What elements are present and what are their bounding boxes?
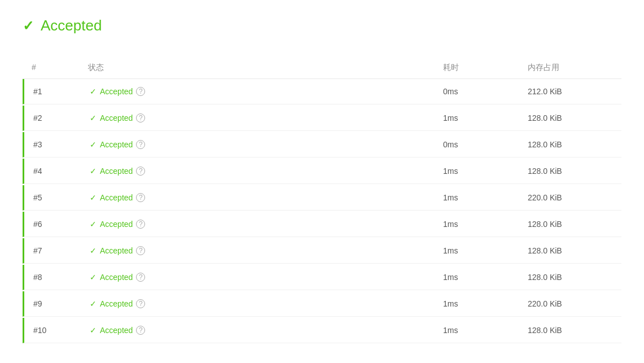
page-container: ✓ Accepted # 状态 耗时 内存占用 #1 ✓ Accepted ? … xyxy=(0,0,644,361)
table-row: #10 ✓ Accepted ? 1ms 128.0 KiB xyxy=(23,318,621,343)
col-header-time: 耗时 xyxy=(443,63,528,73)
status-cell: ✓ Accepted ? xyxy=(90,193,443,202)
status-label: Accepted xyxy=(100,326,133,335)
info-icon[interactable]: ? xyxy=(136,193,145,202)
table-row: #2 ✓ Accepted ? 1ms 128.0 KiB xyxy=(23,106,621,131)
memory-value: 220.0 KiB xyxy=(528,299,612,308)
status-label: Accepted xyxy=(100,193,133,202)
row-number: #2 xyxy=(33,113,90,123)
time-value: 1ms xyxy=(443,167,528,176)
check-icon: ✓ xyxy=(90,299,97,308)
table-row: #9 ✓ Accepted ? 1ms 220.0 KiB xyxy=(23,291,621,317)
check-icon: ✓ xyxy=(90,167,97,176)
status-cell: ✓ Accepted ? xyxy=(90,220,443,229)
memory-value: 128.0 KiB xyxy=(528,167,612,176)
check-icon: ✓ xyxy=(90,113,97,123)
table-header: # 状态 耗时 内存占用 xyxy=(23,57,621,79)
status-cell: ✓ Accepted ? xyxy=(90,167,443,176)
col-header-number: # xyxy=(32,63,88,73)
info-icon[interactable]: ? xyxy=(136,220,145,229)
row-number: #5 xyxy=(33,193,90,202)
memory-value: 212.0 KiB xyxy=(528,87,612,96)
time-value: 0ms xyxy=(443,140,528,149)
info-icon[interactable]: ? xyxy=(136,299,145,308)
info-icon[interactable]: ? xyxy=(136,113,145,123)
title-check-icon: ✓ xyxy=(23,18,34,34)
table-row: #3 ✓ Accepted ? 0ms 128.0 KiB xyxy=(23,132,621,158)
status-label: Accepted xyxy=(100,246,133,255)
memory-value: 128.0 KiB xyxy=(528,246,612,255)
time-value: 1ms xyxy=(443,273,528,282)
col-header-status: 状态 xyxy=(88,63,443,73)
row-number: #3 xyxy=(33,140,90,149)
status-cell: ✓ Accepted ? xyxy=(90,273,443,282)
time-value: 1ms xyxy=(443,299,528,308)
memory-value: 128.0 KiB xyxy=(528,113,612,123)
status-label: Accepted xyxy=(100,167,133,176)
status-cell: ✓ Accepted ? xyxy=(90,299,443,308)
status-cell: ✓ Accepted ? xyxy=(90,326,443,335)
info-icon[interactable]: ? xyxy=(136,87,145,96)
table-row: #7 ✓ Accepted ? 1ms 128.0 KiB xyxy=(23,238,621,264)
status-cell: ✓ Accepted ? xyxy=(90,87,443,96)
info-icon[interactable]: ? xyxy=(136,246,145,255)
memory-value: 128.0 KiB xyxy=(528,326,612,335)
time-value: 1ms xyxy=(443,326,528,335)
status-cell: ✓ Accepted ? xyxy=(90,246,443,255)
check-icon: ✓ xyxy=(90,140,97,149)
memory-value: 128.0 KiB xyxy=(528,140,612,149)
row-number: #7 xyxy=(33,246,90,255)
row-number: #9 xyxy=(33,299,90,308)
table-body: #1 ✓ Accepted ? 0ms 212.0 KiB #2 ✓ Accep… xyxy=(23,79,621,343)
check-icon: ✓ xyxy=(90,193,97,202)
status-label: Accepted xyxy=(100,299,133,308)
check-icon: ✓ xyxy=(90,220,97,229)
info-icon[interactable]: ? xyxy=(136,167,145,176)
row-number: #1 xyxy=(33,87,90,96)
table-row: #1 ✓ Accepted ? 0ms 212.0 KiB xyxy=(23,79,621,104)
time-value: 1ms xyxy=(443,193,528,202)
status-label: Accepted xyxy=(100,113,133,123)
table-row: #4 ✓ Accepted ? 1ms 128.0 KiB xyxy=(23,159,621,184)
row-number: #6 xyxy=(33,220,90,229)
memory-value: 128.0 KiB xyxy=(528,220,612,229)
check-icon: ✓ xyxy=(90,273,97,282)
col-header-memory: 内存占用 xyxy=(528,63,612,73)
status-label: Accepted xyxy=(100,87,133,96)
status-cell: ✓ Accepted ? xyxy=(90,140,443,149)
status-label: Accepted xyxy=(100,220,133,229)
page-title: Accepted xyxy=(41,17,102,34)
check-icon: ✓ xyxy=(90,87,97,96)
table-row: #8 ✓ Accepted ? 1ms 128.0 KiB xyxy=(23,265,621,290)
info-icon[interactable]: ? xyxy=(136,326,145,335)
time-value: 0ms xyxy=(443,87,528,96)
time-value: 1ms xyxy=(443,246,528,255)
info-icon[interactable]: ? xyxy=(136,140,145,149)
results-table: # 状态 耗时 内存占用 #1 ✓ Accepted ? 0ms 212.0 K… xyxy=(23,57,621,343)
check-icon: ✓ xyxy=(90,326,97,335)
title-section: ✓ Accepted xyxy=(23,17,621,34)
memory-value: 220.0 KiB xyxy=(528,193,612,202)
row-number: #8 xyxy=(33,273,90,282)
time-value: 1ms xyxy=(443,220,528,229)
status-label: Accepted xyxy=(100,273,133,282)
status-cell: ✓ Accepted ? xyxy=(90,113,443,123)
info-icon[interactable]: ? xyxy=(136,273,145,282)
check-icon: ✓ xyxy=(90,246,97,255)
row-number: #10 xyxy=(33,326,90,335)
table-row: #6 ✓ Accepted ? 1ms 128.0 KiB xyxy=(23,212,621,237)
time-value: 1ms xyxy=(443,113,528,123)
memory-value: 128.0 KiB xyxy=(528,273,612,282)
status-label: Accepted xyxy=(100,140,133,149)
table-row: #5 ✓ Accepted ? 1ms 220.0 KiB xyxy=(23,185,621,211)
row-number: #4 xyxy=(33,167,90,176)
